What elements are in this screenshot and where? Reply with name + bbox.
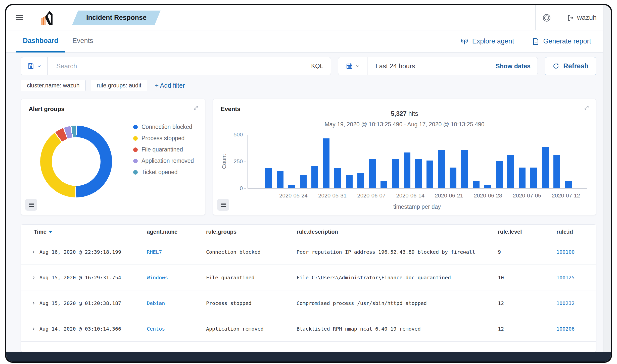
tab-label: Dashboard: [23, 37, 58, 44]
search-input[interactable]: Search: [56, 62, 311, 70]
expand-row-icon[interactable]: [31, 250, 36, 254]
filter-row: cluster.name: wazuhrule.groups: audit + …: [21, 80, 596, 91]
column-header-rule-description[interactable]: rule.description: [297, 229, 498, 235]
x-tick-label: 2020-06-21: [435, 192, 463, 199]
histogram-bar[interactable]: [300, 175, 307, 189]
cell-agent-name[interactable]: RHEL7: [147, 249, 206, 255]
quick-select-button[interactable]: [338, 57, 367, 75]
histogram-bar[interactable]: [438, 150, 445, 188]
histogram-bar[interactable]: [553, 155, 560, 188]
time-value: Aug 15, 2020 @ 01:20:38.187: [39, 300, 121, 306]
legend-toggle-button[interactable]: [25, 199, 37, 211]
refresh-icon: [552, 63, 559, 70]
tabs: Dashboard Events: [16, 30, 100, 52]
explore-agent-button[interactable]: Explore agent: [460, 37, 514, 46]
column-header-rule-level[interactable]: rule.level: [498, 229, 556, 235]
cell-rule-groups: File quarantined: [206, 275, 297, 281]
histogram-bar[interactable]: [346, 175, 353, 189]
ring-icon: [542, 13, 551, 22]
generate-report-label: Generate report: [543, 37, 591, 45]
histogram-bar[interactable]: [277, 171, 283, 188]
menu-button[interactable]: [6, 5, 33, 30]
histogram-bar[interactable]: [450, 168, 456, 188]
legend-toggle-button[interactable]: [217, 199, 229, 211]
histogram-bar[interactable]: [473, 181, 480, 188]
column-header-agent-name[interactable]: agent.name: [147, 229, 206, 235]
tab-events[interactable]: Events: [65, 37, 100, 52]
expand-row-icon[interactable]: [31, 275, 36, 280]
hits-suffix: hits: [407, 110, 418, 117]
cell-agent-name[interactable]: Windows: [147, 275, 206, 281]
generate-report-button[interactable]: Generate report: [532, 37, 591, 45]
time-range-value[interactable]: Last 24 hours: [375, 62, 415, 70]
session-button[interactable]: wazuh: [558, 14, 597, 22]
legend-item[interactable]: Application removed: [133, 158, 194, 164]
cell-rule-id[interactable]: 100100: [556, 249, 596, 255]
histogram-bar[interactable]: [426, 161, 433, 188]
legend-item[interactable]: Process stopped: [133, 135, 194, 142]
refresh-button[interactable]: Refresh: [545, 57, 596, 75]
histogram-bar[interactable]: [415, 159, 422, 188]
kql-selector[interactable]: KQL: [311, 63, 323, 70]
histogram-bar[interactable]: [507, 155, 514, 188]
column-header-time[interactable]: Time: [21, 229, 147, 235]
alert-groups-donut-chart[interactable]: [40, 126, 112, 197]
breadcrumb[interactable]: Incident Response: [72, 11, 161, 25]
histogram-bar[interactable]: [565, 181, 572, 188]
add-filter-button[interactable]: + Add filter: [155, 82, 185, 89]
x-axis-ticks: 2020-05-242020-05-312020-06-072020-06-14…: [265, 192, 572, 200]
expand-row-icon[interactable]: [31, 327, 36, 331]
alert-groups-panel: Alert groups Connection blockedProcess s…: [21, 99, 205, 215]
column-header-rule-id[interactable]: rule.id: [556, 229, 596, 235]
histogram-bar[interactable]: [461, 150, 468, 188]
cell-rule-id[interactable]: 100232: [556, 300, 596, 306]
legend-color-dot: [133, 125, 138, 129]
histogram-bar[interactable]: [496, 161, 503, 188]
histogram-bar[interactable]: [369, 159, 376, 188]
filter-pill[interactable]: cluster.name: wazuh: [21, 80, 86, 91]
show-dates-button[interactable]: Show dates: [496, 63, 531, 70]
cell-agent-name[interactable]: Debian: [147, 300, 206, 306]
legend-item[interactable]: File quarantined: [133, 146, 194, 153]
histogram-bar[interactable]: [404, 152, 410, 188]
histogram-bar[interactable]: [392, 159, 399, 188]
histogram-bar[interactable]: [311, 166, 318, 188]
filter-pill[interactable]: rule.groups: audit: [91, 80, 148, 91]
legend-label: Process stopped: [141, 135, 184, 142]
histogram-bar[interactable]: [334, 168, 341, 188]
cell-rule-groups: Process stopped: [206, 300, 297, 306]
table-row: Aug 15, 2020 @ 01:20:38.187DebianProcess…: [21, 290, 596, 316]
histogram-bar[interactable]: [519, 168, 526, 188]
expand-row-icon[interactable]: [31, 301, 36, 305]
legend-item[interactable]: Ticket opened: [133, 169, 194, 176]
histogram-bar[interactable]: [484, 185, 491, 188]
legend-item[interactable]: Connection blocked: [133, 124, 194, 130]
expand-panel-button[interactable]: [193, 105, 199, 111]
histogram-bar[interactable]: [530, 168, 537, 188]
histogram-bar[interactable]: [288, 185, 295, 188]
table-row: Aug 15, 2020 @ 16:29:31.754WindowsFile q…: [21, 265, 596, 290]
filter-pills: cluster.name: wazuhrule.groups: audit: [21, 80, 147, 91]
y-tick-label: 250: [213, 158, 243, 165]
cell-rule-id[interactable]: 100125: [556, 275, 596, 281]
cell-rule-id[interactable]: 100206: [556, 326, 596, 332]
health-button[interactable]: [536, 5, 558, 30]
scrollbar-track[interactable]: [603, 5, 611, 352]
histogram-bar[interactable]: [357, 173, 364, 188]
list-icon: [28, 201, 35, 208]
histogram-bar[interactable]: [381, 181, 387, 188]
histogram-bar[interactable]: [323, 138, 329, 188]
histogram-bar[interactable]: [265, 168, 272, 188]
x-tick-label: 2020-06-28: [474, 192, 502, 199]
saved-queries-button[interactable]: [21, 57, 48, 75]
legend-label: Ticket opened: [141, 169, 178, 176]
top-bar-right: wazuh: [535, 5, 611, 30]
cell-agent-name[interactable]: Centos: [147, 326, 206, 332]
column-header-rule-groups[interactable]: rule.groups: [206, 229, 297, 235]
hamburger-icon: [16, 15, 24, 21]
calendar-icon: [346, 62, 353, 70]
column-label: Time: [34, 229, 46, 235]
histogram-bar[interactable]: [542, 147, 549, 188]
app-logo[interactable]: [33, 5, 62, 30]
tab-dashboard[interactable]: Dashboard: [16, 37, 65, 52]
